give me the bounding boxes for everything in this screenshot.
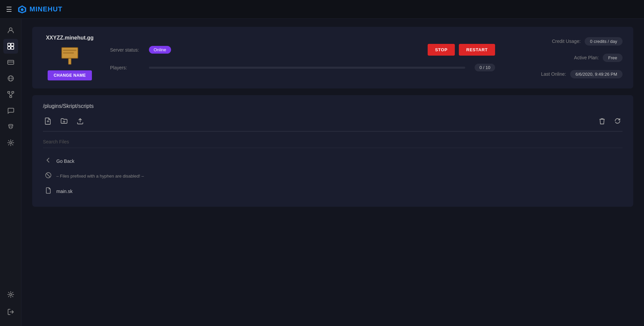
server-avatar xyxy=(59,45,80,66)
disabled-notice-text: – Files prefixed with a hyphen are disab… xyxy=(56,174,144,179)
sidebar-item-chat[interactable] xyxy=(3,103,18,118)
search-files-input[interactable] xyxy=(43,136,623,148)
dashboard-icon xyxy=(7,43,14,50)
file-toolbar xyxy=(43,116,623,132)
disabled-icon xyxy=(44,172,52,180)
server-info-left: XXYZZ.minehut.gg CHANGE NAME xyxy=(43,35,97,80)
file-manager-card: /plugins/Skript/scripts xyxy=(32,95,633,207)
delete-icon[interactable] xyxy=(597,116,607,128)
last-online-value: 6/6/2020, 9:49:26 PM xyxy=(570,70,623,78)
svg-rect-25 xyxy=(63,52,74,54)
credit-usage-label: Credit Usage: xyxy=(552,39,581,44)
svg-rect-5 xyxy=(11,43,14,46)
upload-icon[interactable] xyxy=(75,116,85,128)
sidebar-item-settings[interactable] xyxy=(3,135,18,150)
file-toolbar-right xyxy=(597,116,623,128)
new-file-icon[interactable] xyxy=(43,116,53,128)
sidebar-item-settings-bottom[interactable] xyxy=(3,287,18,302)
server-status-badge: Online xyxy=(149,46,171,54)
players-bar-container xyxy=(149,67,465,69)
logo-text: MINEHUT xyxy=(30,5,62,13)
svg-rect-7 xyxy=(11,47,14,49)
file-path: /plugins/Skript/scripts xyxy=(43,103,623,109)
svg-point-3 xyxy=(9,28,12,30)
sidebar-item-discord[interactable] xyxy=(3,119,18,134)
logout-icon xyxy=(7,308,14,316)
server-status-label: Server status: xyxy=(110,47,144,53)
new-folder-icon[interactable] xyxy=(59,116,69,128)
file-list: Go Back – Files prefixed with a hyphen a… xyxy=(43,153,623,199)
svg-point-20 xyxy=(10,142,12,144)
sidebar-item-world[interactable] xyxy=(3,71,18,86)
go-back-item[interactable]: Go Back xyxy=(43,153,623,169)
active-plan-value: Free xyxy=(603,54,623,62)
change-name-button[interactable]: CHANGE NAME xyxy=(48,70,92,80)
sidebar-item-profile[interactable] xyxy=(3,23,18,38)
players-row: Players: 0 / 10 xyxy=(110,64,495,71)
svg-line-33 xyxy=(46,173,50,177)
status-row: Server status: Online STOP RESTART xyxy=(110,44,495,56)
svg-rect-14 xyxy=(10,96,12,97)
file-item-main-sk[interactable]: main.sk xyxy=(43,184,623,199)
settings-bottom-icon xyxy=(7,291,14,298)
sidebar-item-network[interactable] xyxy=(3,87,18,102)
logo: MINEHUT xyxy=(17,5,62,14)
server-meta: Credit Usage: 0 credits / day Active Pla… xyxy=(508,37,623,78)
players-count: 0 / 10 xyxy=(475,64,495,71)
server-name: XXYZZ.minehut.gg xyxy=(46,35,94,41)
main-content: XXYZZ.minehut.gg CHANGE NAME Server stat… xyxy=(21,19,644,326)
sidebar-bottom xyxy=(0,287,21,321)
svg-point-18 xyxy=(9,126,10,128)
file-name-main-sk: main.sk xyxy=(56,189,72,194)
credit-usage-row: Credit Usage: 0 credits / day xyxy=(508,37,623,46)
topnav: ☰ MINEHUT xyxy=(0,0,644,19)
refresh-icon[interactable] xyxy=(612,116,623,128)
sidebar-item-credits[interactable] xyxy=(3,55,18,70)
svg-rect-13 xyxy=(8,91,10,93)
svg-rect-15 xyxy=(12,91,14,93)
svg-line-16 xyxy=(9,93,11,96)
network-icon xyxy=(7,91,14,98)
credit-usage-value: 0 credits / day xyxy=(585,37,623,46)
hamburger-menu[interactable]: ☰ xyxy=(6,5,12,13)
credits-icon xyxy=(7,59,14,66)
world-icon xyxy=(7,75,14,82)
svg-rect-24 xyxy=(63,50,76,51)
svg-rect-6 xyxy=(8,47,10,49)
restart-button[interactable]: RESTART xyxy=(459,44,495,56)
svg-point-19 xyxy=(11,126,12,128)
sidebar xyxy=(0,19,21,326)
stop-button[interactable]: STOP xyxy=(428,44,455,56)
players-label: Players: xyxy=(110,65,144,70)
back-arrow-icon xyxy=(44,157,52,165)
chat-icon xyxy=(7,107,14,114)
settings-icon xyxy=(7,139,14,146)
server-status-section: Server status: Online STOP RESTART Playe… xyxy=(110,44,495,71)
sidebar-item-logout[interactable] xyxy=(3,305,18,319)
file-sk-icon xyxy=(44,187,52,195)
last-online-label: Last Online: xyxy=(541,71,566,77)
disabled-notice-item: – Files prefixed with a hyphen are disab… xyxy=(43,169,623,184)
active-plan-row: Active Plan: Free xyxy=(508,54,623,62)
go-back-label: Go Back xyxy=(56,158,74,164)
server-actions: STOP RESTART xyxy=(428,44,495,56)
profile-icon xyxy=(7,26,14,34)
sidebar-item-dashboard[interactable] xyxy=(3,39,18,54)
svg-rect-4 xyxy=(8,43,10,46)
logo-icon xyxy=(17,5,27,14)
discord-side-icon xyxy=(7,123,14,130)
last-online-row: Last Online: 6/6/2020, 9:49:26 PM xyxy=(508,70,623,78)
svg-rect-26 xyxy=(68,58,71,64)
server-card: XXYZZ.minehut.gg CHANGE NAME Server stat… xyxy=(32,27,633,88)
file-toolbar-left xyxy=(43,116,85,128)
svg-point-21 xyxy=(10,294,12,296)
active-plan-label: Active Plan: xyxy=(574,55,599,60)
svg-line-17 xyxy=(11,93,13,96)
